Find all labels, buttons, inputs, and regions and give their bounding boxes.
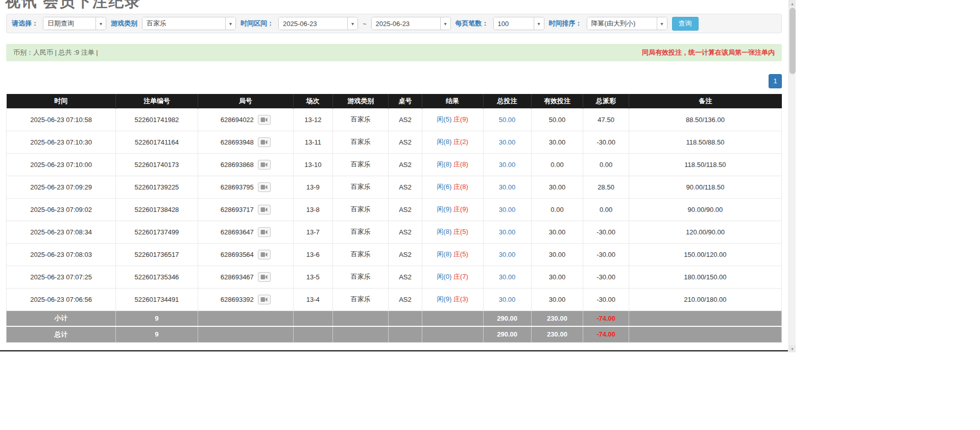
total-bet-link[interactable]: 30.00 [499, 273, 516, 281]
page-size-label: 每页笔数： [456, 19, 489, 28]
vertical-scrollbar[interactable]: ▲ ▼ [788, 0, 796, 352]
date-to-input[interactable] [372, 17, 440, 30]
total-bet-link[interactable]: 50.00 [499, 116, 516, 124]
banker-result: 庄(8) [453, 183, 468, 190]
total-bet-link[interactable]: 30.00 [499, 296, 516, 303]
video-camera-icon[interactable] [258, 182, 271, 192]
footer-count-cell: 9 [116, 310, 198, 326]
session-cell: 13-10 [293, 153, 332, 176]
total-bet-link[interactable]: 30.00 [499, 138, 516, 146]
total-bet-cell: 30.00 [483, 221, 531, 243]
records-table: 时间注单编号局号场次游戏类别桌号结果总投注有效投注总派彩备注 2025-06-2… [6, 94, 782, 343]
chevron-down-icon[interactable]: ▾ [95, 17, 106, 30]
total-bet-cell: 30.00 [483, 176, 531, 198]
scroll-down-arrow-icon[interactable]: ▼ [789, 345, 796, 352]
video-camera-icon[interactable] [258, 205, 271, 214]
scroll-up-arrow-icon[interactable]: ▲ [789, 0, 796, 7]
game-type-input[interactable] [142, 17, 225, 30]
player-result: 闲(8) [437, 138, 451, 146]
session-cell: 13-4 [293, 288, 332, 310]
result-cell: 闲(6) 庄(8) [422, 176, 483, 198]
bet-id-cell: 522601741982 [116, 108, 198, 131]
subtotal-row: 小计9290.00230.00-74.00 [7, 310, 782, 326]
footer-empty-cell [333, 310, 389, 326]
valid-bet-cell: 0.00 [531, 198, 583, 221]
round-id-cell: 628693717 [198, 198, 293, 221]
date-to-select[interactable]: ▾ [371, 17, 451, 30]
remark-cell: 118.50/88.50 [629, 131, 781, 153]
scrollbar-thumb[interactable] [790, 8, 796, 74]
page-size-input[interactable] [494, 17, 534, 30]
table-row: 2025-06-23 07:10:30522601741164628693948… [7, 131, 782, 153]
date-from-select[interactable]: ▾ [278, 17, 358, 30]
time-cell: 2025-06-23 07:10:00 [7, 153, 116, 176]
video-camera-icon[interactable] [258, 227, 271, 237]
remark-cell: 90.00/90.00 [629, 198, 781, 221]
chevron-down-icon[interactable]: ▾ [534, 17, 544, 30]
col-header-result: 结果 [422, 94, 483, 108]
session-cell: 13-7 [293, 221, 332, 243]
result-cell: 闲(8) 庄(5) [422, 243, 483, 266]
bet-id-cell: 522601739225 [116, 176, 198, 198]
footer-empty-cell [389, 310, 422, 326]
payout-cell: -30.00 [583, 243, 629, 266]
table-row: 2025-06-23 07:07:25522601735346628693467… [7, 266, 782, 288]
bet-id-cell: 522601736517 [116, 243, 198, 266]
table-row: 2025-06-23 07:09:02522601738428628693717… [7, 198, 782, 221]
session-cell: 13-5 [293, 266, 332, 288]
video-camera-icon[interactable] [258, 115, 271, 125]
video-camera-icon[interactable] [258, 137, 271, 147]
search-button[interactable]: 查询 [672, 17, 699, 31]
round-id-cell: 628693467 [198, 266, 293, 288]
video-camera-icon[interactable] [258, 250, 271, 259]
game-type-label: 游戏类别 [111, 19, 137, 28]
bet-id-cell: 522601738428 [116, 198, 198, 221]
total-bet-link[interactable]: 30.00 [499, 183, 516, 191]
round-number: 628693717 [221, 206, 254, 213]
col-header-total-bet: 总投注 [483, 94, 531, 108]
valid-bet-cell: 30.00 [531, 131, 583, 153]
footer-label-cell: 总计 [7, 326, 116, 342]
date-range-label: 时间区间： [241, 19, 274, 28]
sort-order-input[interactable] [587, 17, 657, 30]
page-size-select[interactable]: ▾ [493, 17, 544, 30]
col-header-table-no: 桌号 [389, 94, 422, 108]
payout-cell: -30.00 [583, 221, 629, 243]
col-header-time: 时间 [7, 94, 116, 108]
table-no-cell: AS2 [389, 153, 422, 176]
page-1-button[interactable]: 1 [769, 74, 782, 88]
content-bottom-border [0, 350, 788, 351]
date-from-input[interactable] [279, 17, 347, 30]
summary-bar: 币别：人民币 | 总共 :9 注单 | 同局有效投注，统一计算在该局第一张注单内 [6, 44, 782, 61]
footer-empty-cell [198, 326, 293, 342]
game-type-select[interactable]: ▾ [142, 17, 236, 30]
total-bet-link[interactable]: 30.00 [499, 206, 516, 213]
total-bet-link[interactable]: 30.00 [499, 161, 516, 169]
chevron-down-icon[interactable]: ▾ [657, 17, 667, 30]
total-bet-link[interactable]: 30.00 [499, 228, 516, 236]
sort-order-select[interactable]: ▾ [587, 17, 667, 30]
query-type-input[interactable] [43, 17, 95, 30]
chevron-down-icon[interactable]: ▾ [225, 17, 235, 30]
table-body: 2025-06-23 07:10:58522601741982628694022… [7, 108, 782, 342]
payout-cell: -30.00 [583, 131, 629, 153]
chevron-down-icon[interactable]: ▾ [347, 17, 357, 30]
round-number: 628693948 [221, 138, 254, 146]
total-bet-link[interactable]: 30.00 [499, 251, 516, 258]
chevron-down-icon[interactable]: ▾ [440, 17, 450, 30]
footer-empty-cell [389, 326, 422, 342]
round-id-cell: 628693948 [198, 131, 293, 153]
video-camera-icon[interactable] [258, 295, 271, 304]
summary-notice: 同局有效投注，统一计算在该局第一张注单内 [642, 48, 775, 57]
remark-cell: 150.00/120.00 [629, 243, 781, 266]
round-id-cell: 628693564 [198, 243, 293, 266]
page-title: 视讯 会员下注纪录 [5, 0, 141, 12]
query-type-select[interactable]: ▾ [43, 17, 106, 30]
video-camera-icon[interactable] [258, 160, 271, 170]
summary-currency-count: 币别：人民币 | 总共 :9 注单 | [13, 48, 98, 57]
footer-payout-cell: -74.00 [583, 310, 629, 326]
time-cell: 2025-06-23 07:10:30 [7, 131, 116, 153]
video-camera-icon[interactable] [258, 272, 271, 282]
table-row: 2025-06-23 07:10:00522601740173628693868… [7, 153, 782, 176]
footer-count-cell: 9 [116, 326, 198, 342]
